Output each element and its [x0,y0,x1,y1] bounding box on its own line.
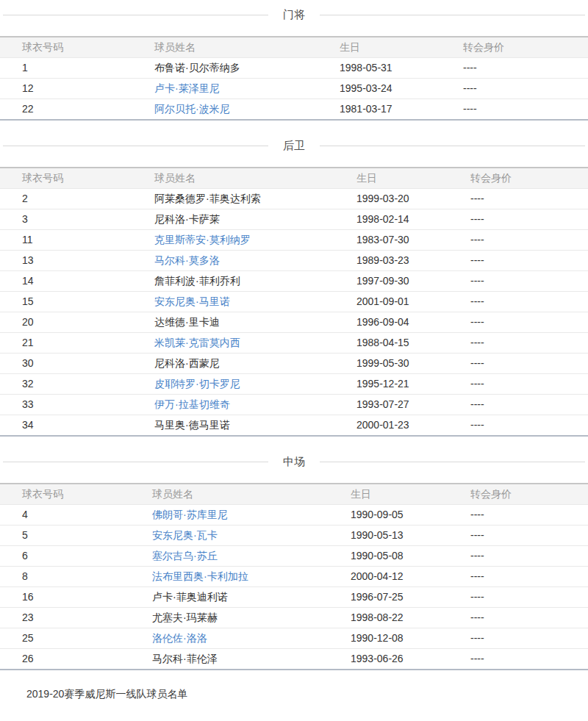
jersey-number-cell: 13 [0,251,147,271]
player-row: 5安东尼奥·瓦卡1990-05-13---- [0,525,588,546]
header-row: 球衣号码 球员姓名 生日 转会身价 [0,484,588,505]
player-name-cell: 安东尼奥·马里诺 [147,292,349,312]
player-link[interactable]: 马尔科·莫多洛 [154,254,220,266]
player-row: 23尤塞夫·玛莱赫1998-08-22---- [0,608,588,628]
jersey-number-cell: 6 [0,546,145,567]
player-name-cell: 安东尼奥·瓦卡 [145,525,343,546]
player-row: 1布鲁诺·贝尔蒂纳多1998-05-31---- [0,58,588,79]
player-name-cell: 阿尔贝托·波米尼 [147,99,332,121]
player-row: 30尼科洛·西蒙尼1999-05-30---- [0,354,588,374]
jersey-number-cell: 34 [0,415,147,437]
roster-table-midfielders: 球衣号码 球员姓名 生日 转会身价 4佛朗哥·苏库里尼1990-09-05---… [0,483,588,670]
section-header: 中场 [3,456,585,467]
roster-page: 门将 球衣号码 球员姓名 生日 转会身价 1布鲁诺·贝尔蒂纳多1998-05-3… [0,9,588,700]
birthday-cell: 2000-04-12 [343,567,463,587]
player-link[interactable]: 阿尔贝托·波米尼 [154,103,230,115]
player-link[interactable]: 安东尼奥·马里诺 [154,295,230,307]
transfer-value-cell: ---- [463,608,588,628]
birthday-cell: 1997-09-30 [349,271,463,292]
player-row: 33伊万·拉基切维奇1993-07-27---- [0,395,588,415]
jersey-number-cell: 16 [0,587,145,608]
player-link[interactable]: 卢卡·莱泽里尼 [154,82,220,94]
section-defenders: 后卫 球衣号码 球员姓名 生日 转会身价 2阿莱桑德罗·菲奥达利索1999-03… [0,140,588,437]
transfer-value-cell: ---- [463,628,588,649]
column-header-value: 转会身价 [463,168,588,189]
jersey-number-cell: 26 [0,649,145,670]
transfer-value-cell: ---- [456,79,588,99]
birthday-cell: 1990-05-13 [343,525,463,546]
player-name-cell: 卢卡·菲奥迪利诺 [145,587,343,608]
player-link[interactable]: 安东尼奥·瓦卡 [152,529,218,541]
transfer-value-cell: ---- [463,292,588,312]
jersey-number-cell: 12 [0,79,147,99]
player-link[interactable]: 皮耶特罗·切卡罗尼 [154,378,240,390]
player-name-cell: 马尔科·莫多洛 [147,251,349,271]
transfer-value-cell: ---- [463,312,588,333]
section-title: 后卫 [268,140,320,151]
player-name-cell: 詹菲利波·菲利乔利 [147,271,349,292]
player-row: 2阿莱桑德罗·菲奥达利索1999-03-20---- [0,189,588,209]
column-header-birthday: 生日 [349,168,463,189]
player-row: 25洛伦佐·洛洛1990-12-08---- [0,628,588,649]
transfer-value-cell: ---- [456,99,588,121]
column-header-jersey: 球衣号码 [0,484,145,505]
birthday-cell: 1999-03-20 [349,189,463,209]
column-header-jersey: 球衣号码 [0,168,147,189]
player-name-cell: 法布里西奥·卡利加拉 [145,567,343,587]
player-link[interactable]: 米凯莱·克雷莫内西 [154,337,240,348]
player-row: 13马尔科·莫多洛1989-03-23---- [0,251,588,271]
section-header: 后卫 [3,140,585,151]
birthday-cell: 1996-09-04 [349,312,463,333]
jersey-number-cell: 30 [0,354,147,374]
player-link[interactable]: 克里斯蒂安·莫利纳罗 [154,234,251,245]
jersey-number-cell: 22 [0,99,147,121]
column-header-name: 球员姓名 [147,37,332,58]
jersey-number-cell: 14 [0,271,147,292]
divider-line [3,462,268,462]
transfer-value-cell: ---- [463,189,588,209]
birthday-cell: 1998-05-31 [332,58,456,79]
jersey-number-cell: 3 [0,209,147,230]
player-row: 12卢卡·莱泽里尼1995-03-24---- [0,79,588,99]
section-midfielders: 中场 球衣号码 球员姓名 生日 转会身价 4佛朗哥·苏库里尼1990-09-05… [0,456,588,670]
jersey-number-cell: 21 [0,333,147,354]
birthday-cell: 1995-12-21 [349,374,463,395]
player-row: 15安东尼奥·马里诺2001-09-01---- [0,292,588,312]
jersey-number-cell: 25 [0,628,145,649]
jersey-number-cell: 15 [0,292,147,312]
birthday-cell: 1993-06-26 [343,649,463,670]
player-name-cell: 佛朗哥·苏库里尼 [145,505,343,525]
player-row: 26马尔科·菲伦泽1993-06-26---- [0,649,588,670]
player-link[interactable]: 洛伦佐·洛洛 [152,632,207,644]
birthday-cell: 2000-01-23 [349,415,463,437]
column-header-name: 球员姓名 [145,484,343,505]
column-header-birthday: 生日 [343,484,463,505]
jersey-number-cell: 33 [0,395,147,415]
player-row: 22阿尔贝托·波米尼1981-03-17---- [0,99,588,121]
jersey-number-cell: 20 [0,312,147,333]
jersey-number-cell: 11 [0,230,147,251]
roster-table-goalkeepers: 球衣号码 球员姓名 生日 转会身价 1布鲁诺·贝尔蒂纳多1998-05-31--… [0,36,588,121]
player-name-cell: 布鲁诺·贝尔蒂纳多 [147,58,332,79]
player-link[interactable]: 伊万·拉基切维奇 [154,398,230,410]
player-name-cell: 阿莱桑德罗·菲奥达利索 [147,189,349,209]
transfer-value-cell: ---- [463,209,588,230]
player-name-cell: 卢卡·莱泽里尼 [147,79,332,99]
player-link[interactable]: 塞尔吉乌·苏丘 [152,550,218,562]
birthday-cell: 1989-03-23 [349,251,463,271]
transfer-value-cell: ---- [463,415,588,437]
divider-line [320,146,585,146]
birthday-cell: 1990-05-08 [343,546,463,567]
player-row: 11克里斯蒂安·莫利纳罗1983-07-30---- [0,230,588,251]
player-name-cell: 尼科洛·西蒙尼 [147,354,349,374]
divider-line [3,15,268,15]
player-link[interactable]: 佛朗哥·苏库里尼 [152,509,228,520]
jersey-number-cell: 8 [0,567,145,587]
transfer-value-cell: ---- [463,525,588,546]
player-name-cell: 洛伦佐·洛洛 [145,628,343,649]
transfer-value-cell: ---- [463,354,588,374]
birthday-cell: 1998-02-14 [349,209,463,230]
player-row: 21米凯莱·克雷莫内西1988-04-15---- [0,333,588,354]
player-link[interactable]: 法布里西奥·卡利加拉 [152,570,248,582]
transfer-value-cell: ---- [463,271,588,292]
